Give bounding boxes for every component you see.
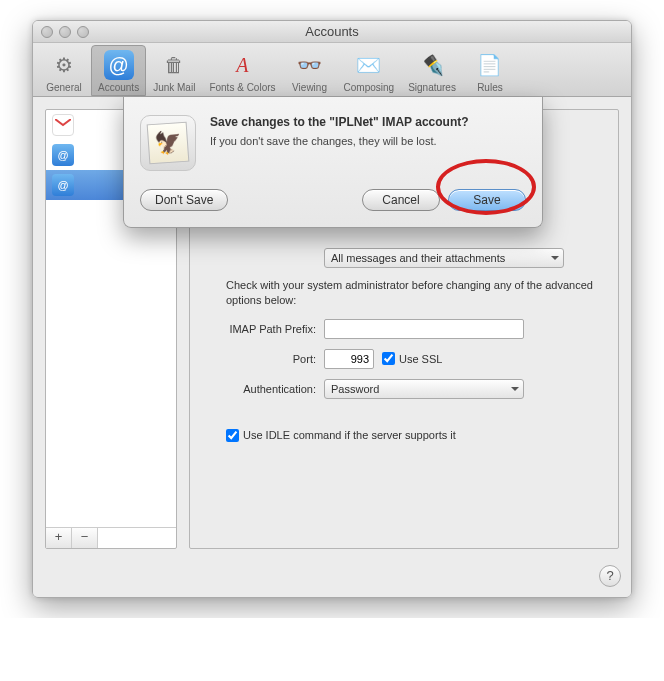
stamp-icon: 🦅 — [147, 122, 190, 165]
save-changes-sheet: 🦅 Save changes to the "IPLNet" IMAP acco… — [123, 97, 543, 228]
preferences-window: Accounts ⚙ General @ Accounts 🗑 Junk Mai… — [32, 20, 632, 598]
use-ssl-checkbox[interactable]: Use SSL — [382, 352, 442, 365]
composing-icon: ✉️ — [354, 50, 384, 80]
rules-icon: 📄 — [475, 50, 505, 80]
cancel-button[interactable]: Cancel — [362, 189, 440, 211]
keep-copies-select[interactable]: All messages and their attachments — [324, 248, 564, 268]
port-label: Port: — [206, 353, 316, 365]
authentication-select[interactable]: Password — [324, 379, 524, 399]
at-icon: @ — [52, 144, 74, 166]
titlebar: Accounts — [33, 21, 631, 43]
dont-save-button[interactable]: Don't Save — [140, 189, 228, 211]
fonts-icon: A — [227, 50, 257, 80]
admin-note: Check with your system administrator bef… — [226, 278, 602, 309]
sidebar-footer: + − — [46, 527, 176, 548]
switch-icon: ⚙ — [49, 50, 79, 80]
window-title: Accounts — [33, 24, 631, 39]
use-idle-input[interactable] — [226, 429, 239, 442]
toolbar-viewing[interactable]: 👓 Viewing — [283, 45, 337, 96]
toolbar-general[interactable]: ⚙ General — [37, 45, 91, 96]
mail-app-icon: 🦅 — [140, 115, 196, 171]
use-ssl-input[interactable] — [382, 352, 395, 365]
toolbar-accounts[interactable]: @ Accounts — [91, 45, 146, 96]
at-icon: @ — [52, 174, 74, 196]
toolbar-rules[interactable]: 📄 Rules — [463, 45, 517, 96]
signature-icon: ✒️ — [417, 50, 447, 80]
authentication-label: Authentication: — [206, 383, 316, 395]
imap-prefix-label: IMAP Path Prefix: — [206, 323, 316, 335]
use-idle-checkbox[interactable]: Use IDLE command if the server supports … — [226, 429, 602, 442]
window-body: @ @ + − All messages and their attac — [33, 97, 631, 597]
toolbar-composing[interactable]: ✉️ Composing — [337, 45, 402, 96]
help-button[interactable]: ? — [599, 565, 621, 587]
save-button[interactable]: Save — [448, 189, 526, 211]
port-input[interactable] — [324, 349, 374, 369]
toolbar-junk-mail[interactable]: 🗑 Junk Mail — [146, 45, 202, 96]
preferences-toolbar: ⚙ General @ Accounts 🗑 Junk Mail A Fonts… — [33, 43, 631, 97]
viewing-icon: 👓 — [295, 50, 325, 80]
add-account-button[interactable]: + — [46, 528, 72, 548]
toolbar-signatures[interactable]: ✒️ Signatures — [401, 45, 463, 96]
toolbar-fonts-colors[interactable]: A Fonts & Colors — [202, 45, 282, 96]
remove-account-button[interactable]: − — [72, 528, 98, 548]
sheet-subtitle: If you don't save the changes, they will… — [210, 135, 526, 147]
imap-prefix-input[interactable] — [324, 319, 524, 339]
sheet-title: Save changes to the "IPLNet" IMAP accoun… — [210, 115, 526, 129]
at-icon: @ — [104, 50, 134, 80]
gmail-icon — [52, 114, 74, 136]
trash-icon: 🗑 — [159, 50, 189, 80]
